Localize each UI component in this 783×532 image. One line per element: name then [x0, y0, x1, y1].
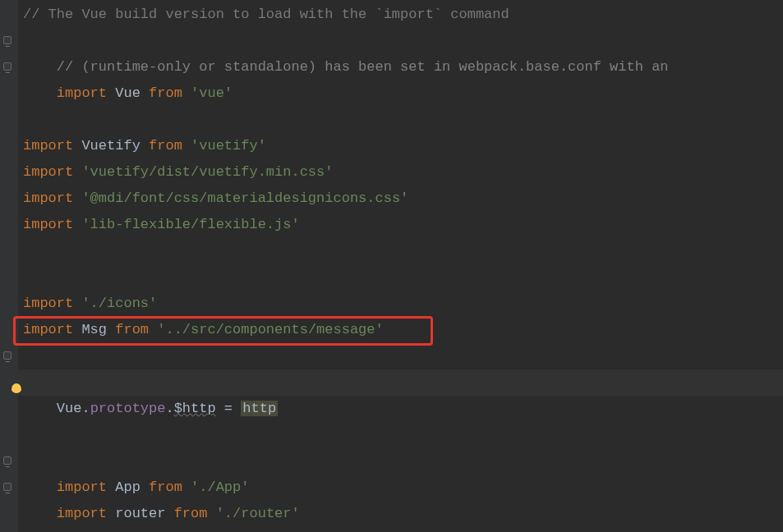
keyword: import: [23, 296, 73, 311]
identifier: router: [107, 506, 174, 521]
identifier: Vuetify: [73, 138, 149, 154]
space: [149, 322, 157, 337]
code-line-empty[interactable]: [18, 264, 783, 291]
space: [73, 217, 81, 232]
fold-icon[interactable]: [3, 483, 12, 491]
code-line-empty[interactable]: [18, 80, 783, 107]
space: [207, 506, 215, 521]
code-line-empty[interactable]: [18, 107, 783, 133]
code-line-empty[interactable]: [18, 238, 783, 264]
string-literal: 'vuetify': [191, 138, 266, 154]
keyword: from: [115, 322, 149, 337]
keyword: import: [23, 190, 73, 206]
code-line[interactable]: // (runtime-only or standalone) has been…: [18, 28, 783, 54]
code-line[interactable]: import router from './router': [18, 475, 783, 501]
code-line[interactable]: import Vue from 'vue': [18, 54, 783, 80]
space: [73, 190, 81, 206]
code-line[interactable]: import http from './utils/request': [18, 343, 783, 369]
comment-text: // The Vue build version to load with th…: [23, 7, 509, 22]
code-line[interactable]: import Vuetify from 'vuetify': [18, 133, 783, 159]
code-editor[interactable]: // The Vue build version to load with th…: [18, 0, 783, 501]
keyword: import: [23, 322, 73, 337]
keyword: import: [23, 164, 73, 180]
fold-icon[interactable]: [3, 62, 12, 71]
space: [73, 164, 81, 180]
fold-icon[interactable]: [3, 456, 12, 465]
keyword: import: [23, 217, 73, 232]
string-literal: '@mdi/font/css/materialdesignicons.css': [81, 190, 408, 206]
code-line[interactable]: import App from './App': [18, 448, 783, 475]
keyword: import: [23, 138, 73, 154]
code-line[interactable]: // The Vue build version to load with th…: [18, 2, 783, 28]
string-literal: './icons': [81, 296, 157, 311]
keyword: from: [174, 506, 208, 521]
code-line-current[interactable]: Vue.prototype.$http = http: [18, 369, 783, 396]
identifier: Msg: [73, 322, 115, 337]
keyword: import: [57, 506, 107, 521]
code-line[interactable]: import 'lib-flexible/flexible.js': [18, 212, 783, 238]
space: [73, 296, 81, 311]
code-line-empty[interactable]: [18, 396, 783, 422]
string-literal: './router': [216, 506, 300, 521]
code-line[interactable]: import 'vuetify/dist/vuetify.min.css': [18, 159, 783, 186]
keyword: from: [149, 138, 182, 154]
space: [182, 138, 191, 154]
code-line[interactable]: import '@mdi/font/css/materialdesignicon…: [18, 186, 783, 212]
fold-icon[interactable]: [3, 36, 12, 44]
string-literal: 'vuetify/dist/vuetify.min.css': [81, 164, 333, 180]
code-line-empty[interactable]: [18, 422, 783, 448]
code-line-highlighted[interactable]: import Msg from '../src/components/messa…: [18, 317, 783, 343]
fold-icon[interactable]: [3, 351, 12, 360]
string-literal: '../src/components/message': [157, 322, 383, 337]
string-literal: 'lib-flexible/flexible.js': [81, 217, 299, 232]
intention-bulb-icon[interactable]: [12, 383, 21, 393]
code-line[interactable]: import './icons': [18, 291, 783, 317]
